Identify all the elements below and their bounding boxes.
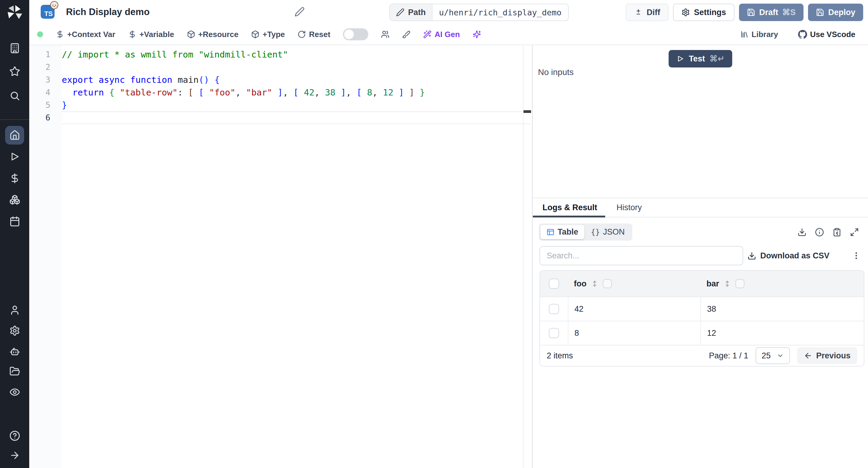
add-variable-button[interactable]: +Variable xyxy=(128,30,174,39)
package-icon xyxy=(187,30,195,38)
toggle-knob xyxy=(344,30,354,39)
favorites-star-icon[interactable] xyxy=(9,66,20,77)
view-table-button[interactable]: Table xyxy=(540,225,584,239)
user-icon[interactable] xyxy=(9,305,20,315)
table-options-kebab-menu[interactable] xyxy=(852,251,861,260)
code-line[interactable] xyxy=(62,61,522,73)
sidebar-item-home-active[interactable] xyxy=(5,126,24,144)
ai-sparkles-button[interactable] xyxy=(472,30,481,38)
table-row[interactable]: 4238 xyxy=(540,297,864,321)
select-all-checkbox[interactable] xyxy=(549,278,559,289)
previous-page-button[interactable]: Previous xyxy=(797,347,857,364)
home-icon xyxy=(9,130,20,141)
save-icon xyxy=(816,8,824,16)
workspace-building-icon[interactable] xyxy=(9,43,20,54)
top-header: TS Rich Display demo Path u/henri/rich_d… xyxy=(29,0,868,24)
right-panel: Test ⌘↵ No inputs Logs & Result History xyxy=(533,45,868,468)
add-variable-label: +Variable xyxy=(140,30,174,39)
settings-button[interactable]: Settings xyxy=(673,4,735,21)
audit-eye-icon[interactable] xyxy=(9,387,20,398)
copy-clipboard-icon[interactable] xyxy=(832,228,841,237)
code-line[interactable]: export async function main() { xyxy=(62,73,522,86)
help-icon[interactable] xyxy=(9,430,20,441)
code-editor[interactable]: 123456 // import * as wmill from "windmi… xyxy=(29,45,532,468)
result-view-toggle: Table {} JSON xyxy=(539,224,632,241)
info-icon[interactable] xyxy=(815,228,824,237)
format-brush-button[interactable] xyxy=(402,30,410,38)
table-search-input[interactable] xyxy=(539,246,743,265)
editor-code[interactable]: // import * as wmill from "windmill-clie… xyxy=(62,48,522,124)
items-count: 2 items xyxy=(547,351,573,361)
download-result-icon[interactable] xyxy=(798,228,807,237)
library-icon xyxy=(740,30,749,38)
add-resource-button[interactable]: +Resource xyxy=(187,30,239,39)
runs-play-icon[interactable] xyxy=(9,151,20,162)
multiplayer-users-button[interactable] xyxy=(381,30,390,38)
deploy-button[interactable]: Deploy xyxy=(808,4,863,21)
collapse-arrow-right-icon[interactable] xyxy=(9,450,20,461)
code-line[interactable]: return { "table-row": [ [ "foo", "bar" ]… xyxy=(62,86,522,99)
code-line[interactable] xyxy=(62,111,522,124)
row-checkbox[interactable] xyxy=(549,304,559,314)
table-footer: 2 items Page: 1 / 1 25 Previous xyxy=(540,345,864,366)
settings-gear-icon xyxy=(681,8,690,16)
diff-button[interactable]: Diff xyxy=(626,4,669,21)
sidebar xyxy=(0,0,29,468)
column-filter-checkbox[interactable] xyxy=(603,279,612,288)
arrow-left-icon xyxy=(804,352,812,360)
view-table-label: Table xyxy=(558,227,578,237)
refresh-icon xyxy=(298,30,306,38)
expand-icon[interactable] xyxy=(850,228,859,237)
tab-logs-result[interactable]: Logs & Result xyxy=(542,203,597,212)
view-json-button[interactable]: {} JSON xyxy=(585,225,631,239)
line-number: 6 xyxy=(29,111,62,124)
overview-ruler xyxy=(523,45,524,468)
table-icon xyxy=(547,228,555,236)
path-pencil-icon xyxy=(396,8,404,16)
table-cell: 42 xyxy=(568,297,701,321)
download-icon xyxy=(747,252,756,260)
code-line[interactable]: } xyxy=(62,99,522,111)
use-vscode-button[interactable]: Use VScode xyxy=(798,30,855,39)
add-context-var-label: +Context Var xyxy=(67,30,116,39)
variables-dollar-icon[interactable] xyxy=(9,173,20,184)
path-value[interactable]: u/henri/rich_display_demo xyxy=(433,4,568,21)
search-icon[interactable] xyxy=(9,90,20,101)
table-cell: 12 xyxy=(701,321,864,345)
reset-button[interactable]: Reset xyxy=(298,30,330,39)
tab-history[interactable]: History xyxy=(617,203,642,212)
path-label-group: Path xyxy=(390,4,433,21)
schedules-calendar-icon[interactable] xyxy=(9,216,20,227)
column-filter-checkbox[interactable] xyxy=(735,279,744,288)
brush-icon xyxy=(402,30,410,38)
draft-button[interactable]: Draft ⌘S xyxy=(739,4,804,21)
code-line[interactable]: // import * as wmill from "windmill-clie… xyxy=(62,48,522,61)
table-body: 4238812 xyxy=(540,297,864,345)
row-checkbox[interactable] xyxy=(549,328,559,338)
add-type-button[interactable]: +Type xyxy=(251,30,285,39)
download-csv-button[interactable]: Download as CSV xyxy=(747,251,830,261)
language-ready-status-dot xyxy=(37,31,43,37)
workers-bot-icon[interactable] xyxy=(9,346,20,357)
diff-mode-toggle[interactable] xyxy=(343,28,368,40)
line-number: 3 xyxy=(29,73,62,86)
test-label: Test xyxy=(689,54,705,64)
resources-boxes-icon[interactable] xyxy=(9,194,20,205)
table-header-row: foobar xyxy=(540,271,864,297)
settings-gear-icon[interactable] xyxy=(9,325,20,336)
ai-gen-button[interactable]: AI Gen xyxy=(423,30,460,39)
sort-toggle[interactable] xyxy=(723,280,731,288)
sort-toggle[interactable] xyxy=(591,280,598,288)
add-context-var-button[interactable]: +Context Var xyxy=(56,30,116,39)
column-label: foo xyxy=(574,279,587,289)
table-row[interactable]: 812 xyxy=(540,321,864,345)
line-number: 2 xyxy=(29,61,62,73)
sparkles-icon xyxy=(472,30,481,38)
library-button[interactable]: Library xyxy=(740,30,778,39)
page-size-select[interactable]: 25 xyxy=(755,347,790,364)
folders-icon[interactable] xyxy=(9,366,20,377)
edit-summary-pencil-icon[interactable] xyxy=(294,7,305,17)
windmill-logo[interactable] xyxy=(6,4,24,22)
test-button[interactable]: Test ⌘↵ xyxy=(669,50,732,67)
path-field[interactable]: Path u/henri/rich_display_demo xyxy=(390,4,569,21)
